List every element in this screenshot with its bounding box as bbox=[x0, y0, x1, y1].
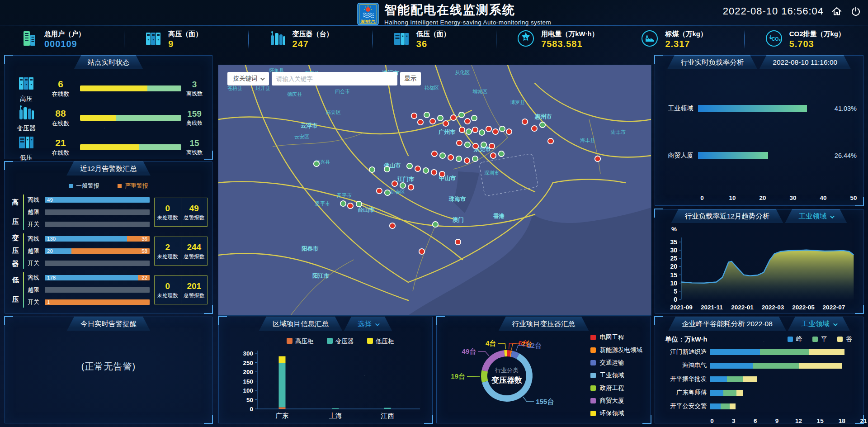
map-marker-green[interactable] bbox=[472, 156, 478, 161]
alarm-row-label: 开关 bbox=[28, 259, 45, 267]
map-marker-green[interactable] bbox=[465, 142, 470, 147]
map-marker-red[interactable] bbox=[392, 181, 397, 186]
map-marker-red[interactable] bbox=[443, 121, 448, 126]
map-marker-red[interactable] bbox=[493, 129, 498, 134]
map-marker-green[interactable] bbox=[472, 115, 477, 121]
map-marker-red[interactable] bbox=[465, 119, 470, 124]
map-marker-green[interactable] bbox=[356, 201, 362, 207]
map-marker-red[interactable] bbox=[457, 140, 462, 146]
map-marker-green[interactable] bbox=[369, 167, 375, 172]
load-rate-value: 26.44% bbox=[835, 152, 857, 159]
map-marker-green[interactable] bbox=[384, 166, 390, 172]
dashboard-screen: 海鸿电气 智能配电在线监测系统 Haihong Intelligent Ener… bbox=[0, 0, 868, 427]
map-marker-red[interactable] bbox=[439, 171, 445, 177]
map-marker-green[interactable] bbox=[540, 122, 545, 128]
panel-load-trend: 行业负载率近12月趋势分析 工业领域 %051015202530352021-0… bbox=[655, 209, 863, 313]
map-marker-red[interactable] bbox=[472, 127, 478, 133]
x-tick-label: 15 bbox=[817, 418, 824, 424]
load-rate-fill bbox=[698, 152, 769, 159]
site-status-rows: 高压6在线数3离线数变压器88在线数159离线数低压21在线数15离线数 bbox=[11, 74, 208, 156]
company-label: 海鸿电气 bbox=[660, 361, 707, 370]
map-marker-green[interactable] bbox=[456, 156, 462, 161]
map-marker-red[interactable] bbox=[532, 126, 537, 131]
map-marker-red[interactable] bbox=[455, 239, 461, 245]
site-icon: 变压器 bbox=[11, 103, 41, 133]
keyword-type-select[interactable]: 按关键词 bbox=[227, 72, 269, 85]
legend-swatch bbox=[590, 385, 596, 391]
map-marker-red[interactable] bbox=[491, 153, 496, 158]
map-marker-red[interactable] bbox=[415, 166, 420, 171]
map-marker-red[interactable] bbox=[430, 119, 435, 124]
energy-bar bbox=[710, 349, 857, 355]
map-city-label: 深圳市 bbox=[484, 170, 499, 176]
map-marker-red[interactable] bbox=[411, 113, 417, 119]
alarm-bar-severe: 36 bbox=[127, 236, 150, 242]
energy-bar-segment bbox=[727, 376, 743, 382]
map-marker-green[interactable] bbox=[440, 153, 445, 158]
alarm-row: 越限 bbox=[28, 208, 150, 216]
site-online-value: 88 bbox=[41, 108, 80, 119]
map-marker-red[interactable] bbox=[473, 143, 478, 149]
alarm-bar-empty bbox=[45, 261, 150, 266]
map-marker-red[interactable] bbox=[506, 129, 512, 134]
panel-today-alarm: 今日实时告警提醒 (正常无告警) bbox=[5, 317, 212, 423]
energy-bar-segment bbox=[753, 363, 799, 369]
alarm-row-label: 开关 bbox=[28, 298, 45, 306]
x-tick-label: 12 bbox=[795, 418, 802, 424]
map-marker-red[interactable] bbox=[418, 119, 423, 125]
map-marker-red[interactable] bbox=[464, 158, 470, 163]
map-marker-red[interactable] bbox=[408, 185, 414, 190]
map-marker-red[interactable] bbox=[390, 223, 395, 228]
alarm-row: 开关1 bbox=[28, 298, 150, 306]
legend-label: 峰 bbox=[796, 335, 802, 343]
alarm-group-char: 器 bbox=[12, 260, 19, 268]
map-marker-red[interactable] bbox=[451, 115, 456, 120]
x-tick-label: 21 bbox=[860, 418, 867, 424]
map-marker-red[interactable] bbox=[548, 138, 553, 144]
map-marker-green[interactable] bbox=[407, 163, 412, 169]
alarm-row-bar: 49 bbox=[45, 197, 150, 203]
legend-swatch bbox=[69, 184, 73, 188]
map-marker-red[interactable] bbox=[595, 156, 600, 161]
legend-item: 平 bbox=[812, 335, 827, 343]
map-marker-red[interactable] bbox=[431, 170, 437, 175]
home-icon[interactable] bbox=[831, 5, 843, 17]
map-marker-red[interactable] bbox=[459, 127, 465, 133]
map-marker-green[interactable] bbox=[423, 168, 429, 173]
trend-industry-dropdown[interactable]: 工业领域 bbox=[785, 209, 847, 223]
map-show-button[interactable]: 显示 bbox=[400, 72, 421, 85]
map-marker-red[interactable] bbox=[419, 249, 425, 254]
region-select-dropdown[interactable]: 选择 bbox=[344, 317, 392, 331]
unhandled-label: 未处理数 bbox=[157, 214, 178, 221]
map-marker-green[interactable] bbox=[481, 142, 486, 147]
map-marker-green[interactable] bbox=[459, 112, 464, 118]
map-marker-red[interactable] bbox=[348, 203, 353, 209]
map-marker-green[interactable] bbox=[340, 201, 346, 206]
peak-industry-dropdown[interactable]: 工业领域 bbox=[788, 317, 850, 331]
map-marker-green[interactable] bbox=[438, 115, 443, 121]
map-marker-green[interactable] bbox=[400, 183, 406, 188]
map-marker-green[interactable] bbox=[433, 222, 438, 227]
map-controls: 按关键词 显示 bbox=[227, 72, 421, 85]
map-marker-green[interactable] bbox=[479, 130, 485, 135]
energy-bar-segment bbox=[730, 403, 736, 409]
map-marker-green[interactable] bbox=[424, 112, 429, 118]
map-marker-red[interactable] bbox=[448, 155, 453, 160]
map-marker-green[interactable] bbox=[500, 126, 505, 132]
map-marker-green[interactable] bbox=[385, 190, 390, 195]
map-city-label: 苍梧县 bbox=[227, 85, 242, 91]
power-icon[interactable] bbox=[850, 5, 862, 17]
company-label: 江门新迪织造 bbox=[660, 348, 707, 356]
legend-label: 政府工程 bbox=[600, 384, 624, 392]
map-marker-red[interactable] bbox=[432, 151, 437, 157]
map-marker-green[interactable] bbox=[499, 151, 504, 157]
map-marker-red[interactable] bbox=[489, 143, 495, 149]
map-marker-red[interactable] bbox=[486, 126, 491, 132]
map-search-input[interactable] bbox=[272, 72, 397, 85]
alarm-row-label: 离线 bbox=[28, 196, 45, 204]
map-marker-green[interactable] bbox=[314, 161, 319, 166]
map-marker-green[interactable] bbox=[466, 129, 472, 134]
map[interactable]: 苍梧县封开县怀集县德庆县广宁县四会市高要区云浮市云安区新兴县清远市花都区从化区增… bbox=[218, 65, 651, 315]
map-marker-red[interactable] bbox=[522, 119, 528, 124]
map-marker-red[interactable] bbox=[377, 188, 382, 194]
